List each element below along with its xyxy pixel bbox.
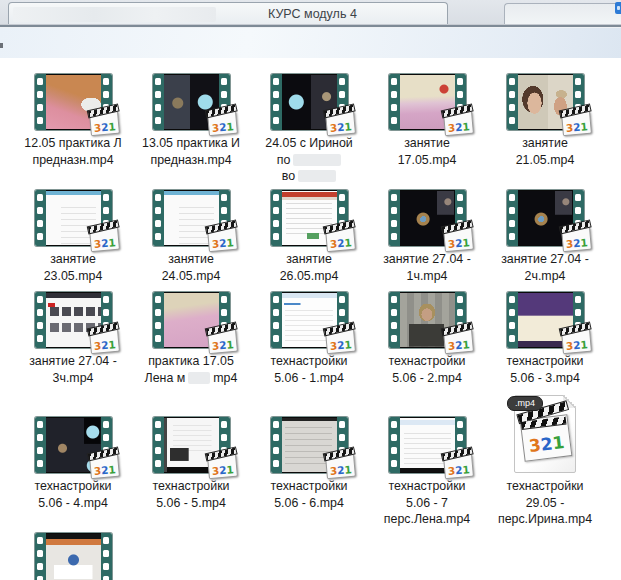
mpc-badge-digits: 321: [326, 120, 354, 135]
mpc-badge-digits: 321: [444, 463, 472, 478]
filmstrip-edge: [389, 292, 400, 348]
file-item[interactable]: 321 технастройки 5.06 - 4.mp4: [14, 395, 132, 528]
tab-area-right[interactable]: [504, 3, 621, 25]
filmstrip-edge: [35, 74, 46, 130]
file-name: практика 17.05 Лена мmp4: [132, 353, 250, 386]
file-item[interactable]: 321 12.05 практика Л предназн.mp4: [14, 74, 132, 185]
filmstrip-edge: [271, 74, 282, 130]
file-name-line: занятие: [14, 251, 132, 268]
file-item[interactable]: .mp4 321 технастройки 29.05 - перс.Ирина…: [486, 395, 604, 528]
file-item[interactable]: 321 занятие 27.04 - 1ч.mp4: [368, 190, 486, 284]
video-thumbnail-icon: 321: [35, 74, 112, 130]
filmstrip-edge: [271, 417, 282, 473]
file-item[interactable]: 321 технастройки 5.06 - 5.mp4: [132, 395, 250, 528]
censored-text: [298, 170, 336, 182]
mpc-badge-icon: 321: [561, 227, 592, 252]
file-name-line: технастройки: [486, 478, 604, 495]
file-name-line: занятие: [250, 251, 368, 268]
file-item[interactable]: 321 технастройки 5.06 - 1.mp4: [250, 292, 368, 386]
mpc-badge-digits: 321: [523, 430, 571, 457]
file-name: занятие 27.04 - 2ч.mp4: [486, 251, 604, 284]
file-name-line: предназн.mp4: [14, 152, 132, 169]
file-item[interactable]: 321 технастройки 5.06 - 3.mp4: [486, 292, 604, 386]
file-item[interactable]: 321 технастройки 5.06 - 2.mp4: [368, 292, 486, 386]
mpc-badge-digits: 321: [562, 236, 590, 251]
file-item[interactable]: 321 технастройки 5.06 - 6.mp4: [250, 395, 368, 528]
censored-text: [188, 372, 210, 384]
file-name-line: 3ч.mp4: [14, 370, 132, 387]
file-item[interactable]: 321 13.05 практика И предназн.mp4: [132, 74, 250, 185]
filmstrip-edge: [153, 190, 164, 246]
clapperboard-icon: 321: [520, 414, 573, 462]
thumbnail-preview: [46, 534, 101, 580]
file-name: занятие 27.04 - 1ч.mp4: [368, 251, 486, 284]
mpc-badge-icon: 321: [443, 454, 474, 479]
mpc-badge-icon: 321: [443, 227, 474, 252]
mp4-extension-badge: .mp4: [507, 396, 543, 411]
filmstrip-edge: [389, 190, 400, 246]
file-name-line: 29.05 -: [486, 495, 604, 512]
mpc-badge-digits: 321: [208, 463, 236, 478]
video-thumbnail-icon: 321: [153, 74, 230, 130]
grid-row: 321 технастройки 5.06 - 4.mp4 321 технас…: [14, 395, 604, 528]
browser-icon-partial[interactable]: [615, 2, 621, 14]
file-name-line: 5.06 - 3.mp4: [486, 370, 604, 387]
file-name: занятие 27.04 - 3ч.mp4: [14, 353, 132, 386]
video-thumbnail-icon: 321: [153, 190, 230, 246]
file-name: технастройки 5.06 - 1.mp4: [250, 353, 368, 386]
file-name: занятие 23.05.mp4: [14, 251, 132, 284]
grid-row: 321 занятие 27.04 - 3ч.mp4 321 практика …: [14, 292, 604, 386]
video-thumbnail-icon: 321: [507, 74, 584, 130]
grid-row: 321 занятие 23.05.mp4 321 занятие 24.05.…: [14, 190, 604, 284]
filmstrip-edge: [153, 74, 164, 130]
file-name-line: перс.Лена.mp4: [368, 511, 486, 528]
file-name: технастройки 5.06 - 6.mp4: [250, 478, 368, 511]
video-thumbnail-icon: 321: [507, 292, 584, 348]
video-thumbnail-icon: [35, 533, 112, 580]
censored-tab-text: [13, 7, 216, 22]
file-name-line: занятие: [486, 135, 604, 152]
file-item[interactable]: 321 занятие 27.04 - 3ч.mp4: [14, 292, 132, 386]
filmstrip-edge: [35, 417, 46, 473]
video-thumbnail-icon: 321: [35, 417, 112, 473]
file-name-line: технастройки: [368, 478, 486, 495]
mpc-badge-icon: 321: [89, 111, 120, 136]
file-item[interactable]: 321 технастройки 5.06 - 7 перс.Лена.mp4: [368, 395, 486, 528]
mpc-badge-icon: 321: [207, 227, 238, 252]
file-item[interactable]: 321 24.05 с Ириной по во: [250, 74, 368, 185]
filmstrip-edge: [507, 190, 518, 246]
file-name-line: Лена мmp4: [132, 370, 250, 387]
filmstrip-edge: [35, 292, 46, 348]
filmstrip-edge: [389, 417, 400, 473]
file-item[interactable]: 321 занятие 17.05.mp4: [368, 74, 486, 185]
file-name-line: 2ч.mp4: [486, 268, 604, 285]
folder-tab[interactable]: КУРС модуль 4: [8, 2, 448, 25]
mpc-badge-icon: 321: [89, 454, 120, 479]
file-item[interactable]: [14, 533, 132, 580]
file-item[interactable]: 321 занятие 21.05.mp4: [486, 74, 604, 185]
file-item[interactable]: 321 практика 17.05 Лена мmp4: [132, 292, 250, 386]
file-item[interactable]: 321 занятие 27.04 - 2ч.mp4: [486, 190, 604, 284]
file-name-line: 13.05 практика И: [132, 135, 250, 152]
video-thumbnail-icon: 321: [153, 292, 230, 348]
filmstrip-edge: [35, 533, 46, 580]
mpc-badge-digits: 321: [444, 236, 472, 251]
filmstrip-edge: [271, 292, 282, 348]
file-name: 12.05 практика Л предназн.mp4: [14, 135, 132, 168]
file-item[interactable]: 321 занятие 26.05.mp4: [250, 190, 368, 284]
file-name-line: 21.05.mp4: [486, 152, 604, 169]
mpc-badge-digits: 321: [90, 338, 118, 353]
censored-text: [293, 154, 341, 166]
file-name-line: перс.Ирина.mp4: [486, 511, 604, 528]
file-item[interactable]: 321 занятие 23.05.mp4: [14, 190, 132, 284]
video-thumbnail-icon: 321: [389, 292, 466, 348]
file-item[interactable]: 321 занятие 24.05.mp4: [132, 190, 250, 284]
file-name-line: технастройки: [250, 478, 368, 495]
file-name-line: технастройки: [486, 353, 604, 370]
mpc-badge-digits: 321: [326, 338, 354, 353]
file-name: технастройки 5.06 - 4.mp4: [14, 478, 132, 511]
file-name-line: 5.06 - 5.mp4: [132, 495, 250, 512]
mpc-badge-icon: 321: [89, 329, 120, 354]
file-name-line: занятие: [132, 251, 250, 268]
file-name: технастройки 5.06 - 3.mp4: [486, 353, 604, 386]
